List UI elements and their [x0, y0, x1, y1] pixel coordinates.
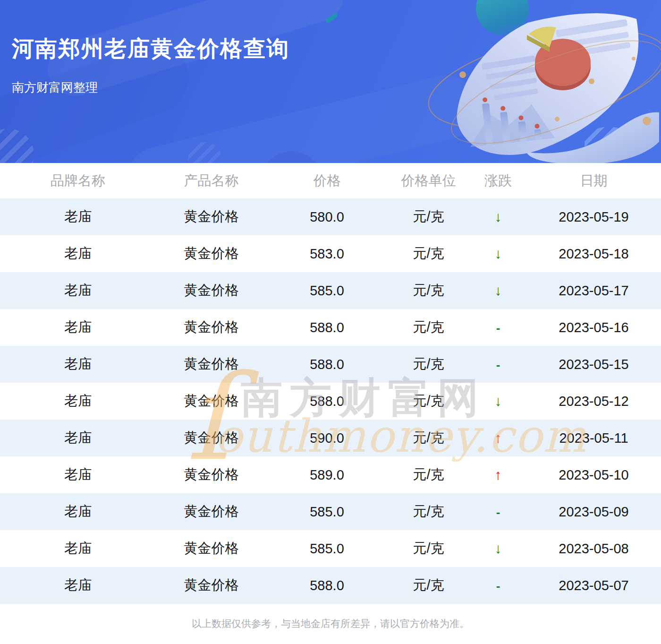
- change-cell: -: [470, 346, 526, 383]
- change-indicator: ↑: [495, 430, 502, 446]
- brand-cell: 老庙: [0, 272, 156, 309]
- price-cell: 588.0: [267, 309, 387, 346]
- change-indicator: ↓: [495, 393, 502, 409]
- brand-cell: 老庙: [0, 530, 156, 567]
- change-indicator: -: [496, 358, 500, 372]
- change-indicator: ↓: [495, 246, 502, 261]
- product-cell: 黄金价格: [156, 530, 267, 567]
- change-indicator: ↓: [495, 209, 502, 224]
- change-cell: ↓: [470, 198, 526, 235]
- change-indicator: ↓: [495, 541, 502, 556]
- unit-cell: 元/克: [387, 530, 470, 567]
- change-indicator: -: [496, 505, 500, 519]
- change-cell: ↓: [470, 272, 526, 309]
- unit-cell: 元/克: [387, 493, 470, 530]
- change-cell: ↓: [470, 530, 526, 567]
- date-cell: 2023-05-17: [526, 272, 661, 309]
- price-cell: 585.0: [267, 493, 387, 530]
- product-cell: 黄金价格: [156, 493, 267, 530]
- unit-cell: 元/克: [387, 235, 470, 272]
- column-header-brand: 品牌名称: [0, 163, 156, 198]
- price-table-section: 品牌名称 产品名称 价格 价格单位 涨跌 日期 老庙 黄金价格 580.0 元/…: [0, 163, 661, 630]
- change-cell: ↓: [470, 383, 526, 420]
- table-row: 老庙 黄金价格 585.0 元/克 ↓ 2023-05-08: [0, 530, 661, 567]
- table-row: 老庙 黄金价格 589.0 元/克 ↑ 2023-05-10: [0, 456, 661, 493]
- table-row: 老庙 黄金价格 585.0 元/克 ↓ 2023-05-17: [0, 272, 661, 309]
- report-illustration: [415, 0, 661, 163]
- product-cell: 黄金价格: [156, 567, 267, 604]
- banner: 河南郑州老庙黄金价格查询 南方财富网整理: [0, 0, 661, 163]
- page-title: 河南郑州老庙黄金价格查询: [12, 34, 289, 64]
- change-indicator: -: [496, 579, 500, 593]
- brand-cell: 老庙: [0, 567, 156, 604]
- unit-cell: 元/克: [387, 272, 470, 309]
- product-cell: 黄金价格: [156, 383, 267, 420]
- product-cell: 黄金价格: [156, 309, 267, 346]
- page-subtitle: 南方财富网整理: [12, 79, 98, 96]
- date-cell: 2023-05-19: [526, 198, 661, 235]
- price-cell: 583.0: [267, 235, 387, 272]
- price-cell: 585.0: [267, 272, 387, 309]
- column-header-product: 产品名称: [156, 163, 267, 198]
- price-cell: 589.0: [267, 456, 387, 493]
- unit-cell: 元/克: [387, 309, 470, 346]
- unit-cell: 元/克: [387, 567, 470, 604]
- brand-cell: 老庙: [0, 383, 156, 420]
- change-cell: ↑: [470, 420, 526, 456]
- price-cell: 580.0: [267, 198, 387, 235]
- table-body: 老庙 黄金价格 580.0 元/克 ↓ 2023-05-19 老庙 黄金价格 5…: [0, 198, 661, 604]
- price-cell: 588.0: [267, 567, 387, 604]
- date-cell: 2023-05-16: [526, 309, 661, 346]
- change-cell: ↓: [470, 235, 526, 272]
- brand-cell: 老庙: [0, 493, 156, 530]
- price-cell: 588.0: [267, 346, 387, 383]
- price-cell: 590.0: [267, 420, 387, 456]
- price-cell: 585.0: [267, 530, 387, 567]
- unit-cell: 元/克: [387, 456, 470, 493]
- change-indicator: ↑: [495, 467, 502, 482]
- date-cell: 2023-05-09: [526, 493, 661, 530]
- column-header-unit: 价格单位: [387, 163, 470, 198]
- change-cell: ↑: [470, 456, 526, 493]
- brand-cell: 老庙: [0, 420, 156, 456]
- price-cell: 588.0: [267, 383, 387, 420]
- date-cell: 2023-05-15: [526, 346, 661, 383]
- change-cell: -: [470, 493, 526, 530]
- change-indicator: -: [496, 321, 500, 335]
- date-cell: 2023-05-12: [526, 383, 661, 420]
- product-cell: 黄金价格: [156, 272, 267, 309]
- table-header: 品牌名称 产品名称 价格 价格单位 涨跌 日期: [0, 163, 661, 198]
- unit-cell: 元/克: [387, 198, 470, 235]
- product-cell: 黄金价格: [156, 456, 267, 493]
- brand-cell: 老庙: [0, 235, 156, 272]
- table-row: 老庙 黄金价格 583.0 元/克 ↓ 2023-05-18: [0, 235, 661, 272]
- unit-cell: 元/克: [387, 346, 470, 383]
- column-header-date: 日期: [526, 163, 661, 198]
- product-cell: 黄金价格: [156, 235, 267, 272]
- change-cell: -: [470, 309, 526, 346]
- brand-cell: 老庙: [0, 346, 156, 383]
- table-row: 老庙 黄金价格 588.0 元/克 - 2023-05-15: [0, 346, 661, 383]
- change-indicator: ↓: [495, 283, 502, 298]
- product-cell: 黄金价格: [156, 346, 267, 383]
- brand-cell: 老庙: [0, 456, 156, 493]
- change-cell: -: [470, 567, 526, 604]
- brand-cell: 老庙: [0, 198, 156, 235]
- product-cell: 黄金价格: [156, 420, 267, 456]
- gold-price-table: 品牌名称 产品名称 价格 价格单位 涨跌 日期 老庙 黄金价格 580.0 元/…: [0, 163, 661, 604]
- disclaimer-note: 以上数据仅供参考，与当地金店有所差异，请以官方价格为准。: [0, 617, 661, 630]
- table-row: 老庙 黄金价格 588.0 元/克 - 2023-05-07: [0, 567, 661, 604]
- date-cell: 2023-05-07: [526, 567, 661, 604]
- column-header-price: 价格: [267, 163, 387, 198]
- column-header-change: 涨跌: [470, 163, 526, 198]
- table-row: 老庙 黄金价格 580.0 元/克 ↓ 2023-05-19: [0, 198, 661, 235]
- unit-cell: 元/克: [387, 420, 470, 456]
- table-row: 老庙 黄金价格 588.0 元/克 ↓ 2023-05-12: [0, 383, 661, 420]
- brand-cell: 老庙: [0, 309, 156, 346]
- product-cell: 黄金价格: [156, 198, 267, 235]
- date-cell: 2023-05-11: [526, 420, 661, 456]
- date-cell: 2023-05-08: [526, 530, 661, 567]
- unit-cell: 元/克: [387, 383, 470, 420]
- date-cell: 2023-05-10: [526, 456, 661, 493]
- table-row: 老庙 黄金价格 590.0 元/克 ↑ 2023-05-11: [0, 420, 661, 456]
